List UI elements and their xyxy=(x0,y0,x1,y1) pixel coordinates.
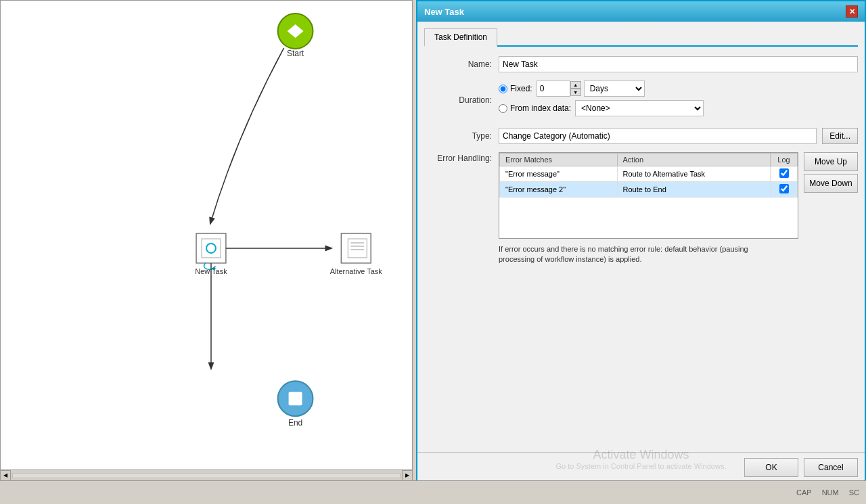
move-up-button[interactable]: Move Up xyxy=(804,152,858,171)
svg-rect-14 xyxy=(289,392,302,405)
svg-text:Alternative Task: Alternative Task xyxy=(330,267,383,275)
error-row-2-action: Route to End xyxy=(617,182,770,198)
from-index-row: From index data: <None> xyxy=(499,100,858,116)
scroll-left-btn[interactable]: ◀ xyxy=(0,470,11,481)
close-button[interactable]: ✕ xyxy=(846,5,858,18)
scroll-right-btn[interactable]: ▶ xyxy=(402,470,413,481)
error-row-2-log-check[interactable] xyxy=(779,184,789,193)
duration-label: Duration: xyxy=(424,95,499,105)
error-row-2-log xyxy=(771,182,798,198)
error-table: Error Matches Action Log "Error message"… xyxy=(499,153,798,198)
error-row-1-log xyxy=(771,166,798,182)
error-row-1-action: Route to Alternative Task xyxy=(617,166,770,182)
svg-rect-8 xyxy=(348,239,367,258)
name-label: Name: xyxy=(424,60,499,69)
duration-unit-select[interactable]: Days Hours Minutes xyxy=(584,81,645,97)
ok-button[interactable]: OK xyxy=(744,458,798,477)
type-row: Type: Edit... xyxy=(424,128,858,144)
dialog-titlebar: New Task ✕ xyxy=(417,1,865,22)
from-index-radio-label[interactable]: From index data: xyxy=(499,104,571,113)
workflow-canvas: Start New Task Alternative Task End xyxy=(0,0,413,480)
spinner-up-btn[interactable]: ▲ xyxy=(570,81,581,89)
error-note: If error occurs and there is no matching… xyxy=(499,244,749,265)
error-table-container: Error Matches Action Log "Error message"… xyxy=(499,152,798,239)
error-row-1[interactable]: "Error message" Route to Alternative Tas… xyxy=(500,166,798,182)
duration-number-input[interactable] xyxy=(537,81,570,97)
fixed-label-text: Fixed: xyxy=(510,84,532,93)
error-row-2[interactable]: "Error message 2" Route to End xyxy=(500,182,798,198)
type-label: Type: xyxy=(424,131,499,141)
col-log: Log xyxy=(771,154,798,166)
error-row-1-log-check[interactable] xyxy=(779,168,789,178)
error-row-1-matches: "Error message" xyxy=(500,166,618,182)
new-task-dialog: New Task ✕ Task Definition Name: Duratio… xyxy=(416,0,866,484)
error-handling-label: Error Handling: xyxy=(424,152,499,163)
error-row-2-matches: "Error message 2" xyxy=(500,182,618,198)
cancel-button[interactable]: Cancel xyxy=(804,458,858,477)
tab-task-definition[interactable]: Task Definition xyxy=(424,28,497,47)
status-right: CAP NUM SC xyxy=(796,488,859,497)
spinner-down-btn[interactable]: ▼ xyxy=(570,89,581,96)
svg-rect-4 xyxy=(202,239,221,258)
duration-row: Duration: Fixed: ▲ ▼ Days Hours M xyxy=(424,81,858,120)
svg-text:Start: Start xyxy=(287,49,304,58)
tab-strip: Task Definition xyxy=(424,28,858,47)
duration-group: Fixed: ▲ ▼ Days Hours Minutes xyxy=(499,81,858,120)
num-indicator: NUM xyxy=(822,488,839,497)
from-index-select[interactable]: <None> xyxy=(575,100,704,116)
svg-text:End: End xyxy=(288,418,302,428)
dialog-title: New Task xyxy=(424,7,464,17)
col-error-matches: Error Matches xyxy=(500,154,618,166)
move-buttons: Move Up Move Down xyxy=(804,152,858,193)
fixed-radio[interactable] xyxy=(499,85,507,93)
name-row: Name: xyxy=(424,56,858,72)
status-bar: CAP NUM SC xyxy=(0,480,866,504)
move-down-button[interactable]: Move Down xyxy=(804,174,858,193)
spinner-buttons: ▲ ▼ xyxy=(570,81,581,96)
type-input[interactable] xyxy=(499,128,817,144)
from-index-label-text: From index data: xyxy=(510,104,571,113)
col-action: Action xyxy=(617,154,770,166)
dialog-body: Task Definition Name: Duration: Fixed: ▲ xyxy=(417,22,865,452)
edit-button[interactable]: Edit... xyxy=(822,128,858,144)
fixed-row: Fixed: ▲ ▼ Days Hours Minutes xyxy=(499,81,858,97)
name-input[interactable] xyxy=(499,56,858,72)
cap-indicator: CAP xyxy=(796,488,812,497)
error-table-wrapper: Error Matches Action Log "Error message"… xyxy=(499,152,858,265)
error-handling-row: Error Handling: Error Matches Action Log xyxy=(424,152,858,265)
dialog-footer: OK Cancel xyxy=(417,452,865,482)
canvas-scrollbar[interactable]: ◀ ▶ xyxy=(0,469,413,480)
fixed-radio-label[interactable]: Fixed: xyxy=(499,84,532,93)
from-index-radio[interactable] xyxy=(499,104,507,113)
sc-indicator: SC xyxy=(849,488,859,497)
